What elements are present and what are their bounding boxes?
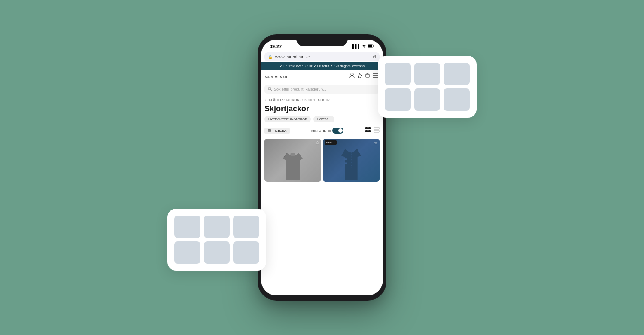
tooltip-bottom-left-grid (174, 216, 259, 264)
search-bar[interactable]: Sök efter produkt, kategori, v... (264, 85, 380, 94)
svg-point-2 (351, 73, 353, 76)
signal-icon: ▌▌▌ (352, 44, 361, 49)
product-grid: ☆ NYHET ☆ (261, 137, 383, 183)
tooltip-cell (174, 216, 200, 238)
category-filters: LÄTTVIKTSPUNJACKOR HÖSTJ... (261, 116, 383, 122)
svg-rect-24 (344, 163, 347, 164)
cart-icon[interactable] (365, 73, 370, 79)
toggle-label: pk (328, 129, 331, 132)
tooltip-cell (444, 88, 470, 111)
tooltip-cell (385, 88, 411, 111)
tooltip-cell (204, 216, 230, 238)
filter-label: FILTERA (273, 129, 286, 133)
min-stil-label: MIN STIL (311, 129, 326, 133)
svg-marker-3 (358, 73, 362, 78)
list-view-icon[interactable] (374, 127, 380, 134)
phone-shell: 09:27 ▌▌▌ 🔒 www.careofcarl.se ↺ ✔ (258, 34, 386, 301)
controls-row: FILTERA MIN STIL pk (261, 124, 383, 137)
tooltip-cell (233, 241, 259, 264)
breadcrumb-text: ← KLÄDER / JACKOR / SKJORTJACKOR (264, 98, 330, 102)
min-stil-toggle[interactable] (332, 128, 343, 134)
lock-icon: 🔒 (268, 55, 273, 59)
svg-rect-4 (366, 74, 369, 77)
tooltip-cell (174, 241, 200, 264)
product-wishlist-navy[interactable]: ☆ (374, 140, 378, 145)
page-title: Skjortjackor (261, 104, 383, 116)
phone-notch (296, 34, 348, 46)
toggle-knob (338, 128, 343, 133)
filter-button[interactable]: FILTERA (264, 128, 290, 134)
svg-rect-16 (368, 127, 371, 129)
wishlist-icon[interactable] (357, 73, 362, 79)
status-icons: ▌▌▌ (352, 44, 374, 49)
grid-view-icon[interactable] (365, 127, 371, 134)
tooltip-cell (233, 216, 259, 238)
min-stil-control: MIN STIL pk (311, 128, 343, 134)
promo-banner: ✔ Fri frakt över 399kr ✔ Fri retur ✔ 1-3… (261, 62, 383, 70)
svg-rect-18 (368, 130, 371, 132)
tooltip-cell (444, 63, 470, 85)
site-logo: CARE OF CARL (265, 74, 288, 79)
svg-rect-19 (374, 127, 379, 129)
browser-url: www.careofcarl.se (275, 55, 370, 59)
svg-rect-17 (365, 130, 368, 132)
svg-rect-23 (344, 159, 347, 161)
tooltip-cell (414, 88, 440, 111)
wifi-icon (362, 44, 366, 49)
search-icon (268, 87, 272, 92)
tooltip-top-right-grid (385, 63, 470, 111)
svg-line-9 (271, 90, 272, 91)
battery-icon (368, 44, 374, 49)
browser-bar[interactable]: 🔒 www.careofcarl.se ↺ (264, 52, 380, 61)
svg-rect-20 (374, 130, 379, 132)
tooltip-bottom-left (167, 209, 266, 271)
product-card-grey[interactable]: ☆ (264, 139, 321, 182)
status-time: 09:27 (270, 44, 282, 49)
site-header-icons (349, 73, 379, 79)
phone-screen: 09:27 ▌▌▌ 🔒 www.careofcarl.se ↺ ✔ (261, 40, 383, 295)
svg-rect-1 (368, 45, 372, 47)
reload-icon[interactable]: ↺ (373, 55, 376, 59)
product-card-navy[interactable]: NYHET ☆ (323, 139, 380, 182)
search-placeholder: Sök efter produkt, kategori, v... (274, 87, 326, 91)
tooltip-cell (385, 63, 411, 85)
svg-rect-15 (365, 127, 368, 129)
account-icon[interactable] (349, 73, 355, 79)
product-wishlist-grey[interactable]: ☆ (316, 140, 319, 145)
svg-rect-21 (291, 153, 295, 156)
tooltip-cell (414, 63, 440, 85)
site-header: CARE OF CARL (261, 70, 383, 82)
scene: 09:27 ▌▌▌ 🔒 www.careofcarl.se ↺ ✔ (253, 30, 391, 305)
view-icons (365, 127, 380, 134)
product-badge-navy: NYHET (325, 140, 337, 145)
filter-chip-host[interactable]: HÖSTJ... (313, 116, 334, 122)
tooltip-cell (204, 241, 230, 264)
filter-chip-latt[interactable]: LÄTTVIKTSPUNJACKOR (264, 116, 311, 122)
tooltip-top-right (378, 56, 477, 118)
breadcrumb[interactable]: ← KLÄDER / JACKOR / SKJORTJACKOR (261, 96, 383, 104)
